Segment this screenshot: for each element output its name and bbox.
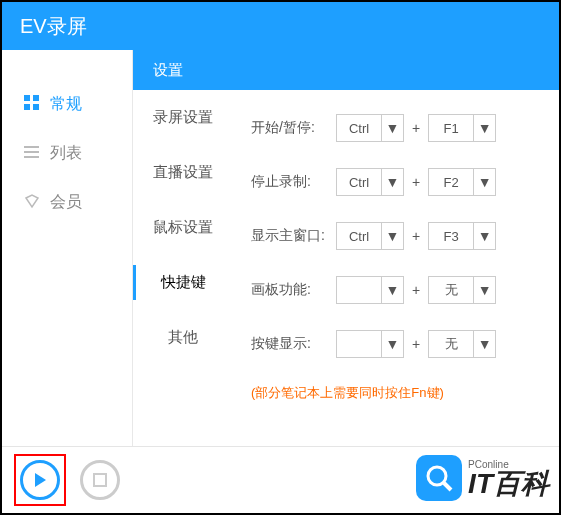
tab-other[interactable]: 其他 bbox=[133, 310, 233, 365]
hotkey-row-start-pause: 开始/暂停: Ctrl▼ + F1▼ bbox=[251, 114, 541, 142]
chevron-down-icon: ▼ bbox=[473, 277, 495, 303]
key-select[interactable]: 无▼ bbox=[428, 276, 496, 304]
app-title: EV录屏 bbox=[20, 13, 87, 40]
key-select[interactable]: F3▼ bbox=[428, 222, 496, 250]
svg-rect-0 bbox=[24, 95, 30, 101]
modifier-select[interactable]: Ctrl▼ bbox=[336, 114, 404, 142]
settings-header: 设置 bbox=[133, 50, 559, 90]
chevron-down-icon: ▼ bbox=[381, 223, 403, 249]
tab-hotkeys[interactable]: 快捷键 bbox=[133, 255, 233, 310]
hotkey-row-stop: 停止录制: Ctrl▼ + F2▼ bbox=[251, 168, 541, 196]
watermark: PConline IT百科 bbox=[416, 455, 549, 501]
play-icon bbox=[32, 472, 48, 488]
play-button[interactable] bbox=[20, 460, 60, 500]
chevron-down-icon: ▼ bbox=[381, 331, 403, 357]
magnifier-icon bbox=[416, 455, 462, 501]
tab-recording[interactable]: 录屏设置 bbox=[133, 90, 233, 145]
row-label: 画板功能: bbox=[251, 281, 336, 299]
sidebar-item-general[interactable]: 常规 bbox=[2, 80, 132, 129]
settings-title: 设置 bbox=[153, 61, 183, 80]
hotkey-row-show-window: 显示主窗口: Ctrl▼ + F3▼ bbox=[251, 222, 541, 250]
stop-icon bbox=[93, 473, 107, 487]
footer: PConline IT百科 bbox=[2, 446, 559, 513]
modifier-select[interactable]: ▼ bbox=[336, 276, 404, 304]
row-label: 开始/暂停: bbox=[251, 119, 336, 137]
svg-rect-3 bbox=[33, 104, 39, 110]
modifier-select[interactable]: Ctrl▼ bbox=[336, 168, 404, 196]
chevron-down-icon: ▼ bbox=[473, 115, 495, 141]
chevron-down-icon: ▼ bbox=[381, 169, 403, 195]
chevron-down-icon: ▼ bbox=[381, 277, 403, 303]
settings-panel: 设置 录屏设置 直播设置 鼠标设置 快捷键 其他 开始/暂停: Ctrl▼ + … bbox=[132, 50, 559, 448]
chevron-down-icon: ▼ bbox=[473, 169, 495, 195]
fn-key-note: (部分笔记本上需要同时按住Fn键) bbox=[251, 384, 541, 402]
sidebar-item-label: 会员 bbox=[50, 192, 82, 213]
modifier-select[interactable]: ▼ bbox=[336, 330, 404, 358]
settings-tabs: 录屏设置 直播设置 鼠标设置 快捷键 其他 bbox=[133, 90, 233, 448]
sidebar-item-list[interactable]: 列表 bbox=[2, 129, 132, 178]
tab-streaming[interactable]: 直播设置 bbox=[133, 145, 233, 200]
hotkey-row-keydisplay: 按键显示: ▼ + 无▼ bbox=[251, 330, 541, 358]
sidebar-item-label: 列表 bbox=[50, 143, 82, 164]
watermark-big: IT百科 bbox=[468, 470, 549, 498]
row-label: 显示主窗口: bbox=[251, 227, 336, 245]
svg-line-9 bbox=[444, 483, 451, 490]
stop-button[interactable] bbox=[80, 460, 120, 500]
chevron-down-icon: ▼ bbox=[381, 115, 403, 141]
sidebar: 常规 列表 会员 bbox=[2, 50, 132, 448]
title-bar: EV录屏 bbox=[2, 2, 559, 50]
tab-mouse[interactable]: 鼠标设置 bbox=[133, 200, 233, 255]
svg-rect-2 bbox=[24, 104, 30, 110]
row-label: 按键显示: bbox=[251, 335, 336, 353]
sidebar-item-label: 常规 bbox=[50, 94, 82, 115]
diamond-icon bbox=[24, 193, 40, 213]
sidebar-item-member[interactable]: 会员 bbox=[2, 178, 132, 227]
key-select[interactable]: 无▼ bbox=[428, 330, 496, 358]
grid-icon bbox=[24, 95, 40, 115]
key-select[interactable]: F1▼ bbox=[428, 114, 496, 142]
chevron-down-icon: ▼ bbox=[473, 223, 495, 249]
modifier-select[interactable]: Ctrl▼ bbox=[336, 222, 404, 250]
chevron-down-icon: ▼ bbox=[473, 331, 495, 357]
hotkey-row-draw: 画板功能: ▼ + 无▼ bbox=[251, 276, 541, 304]
row-label: 停止录制: bbox=[251, 173, 336, 191]
list-icon bbox=[24, 144, 40, 164]
svg-point-8 bbox=[428, 467, 446, 485]
svg-rect-7 bbox=[94, 474, 106, 486]
svg-rect-1 bbox=[33, 95, 39, 101]
settings-content: 开始/暂停: Ctrl▼ + F1▼ 停止录制: Ctrl▼ + F2▼ 显示主… bbox=[233, 90, 559, 448]
highlight-box bbox=[14, 454, 66, 506]
key-select[interactable]: F2▼ bbox=[428, 168, 496, 196]
